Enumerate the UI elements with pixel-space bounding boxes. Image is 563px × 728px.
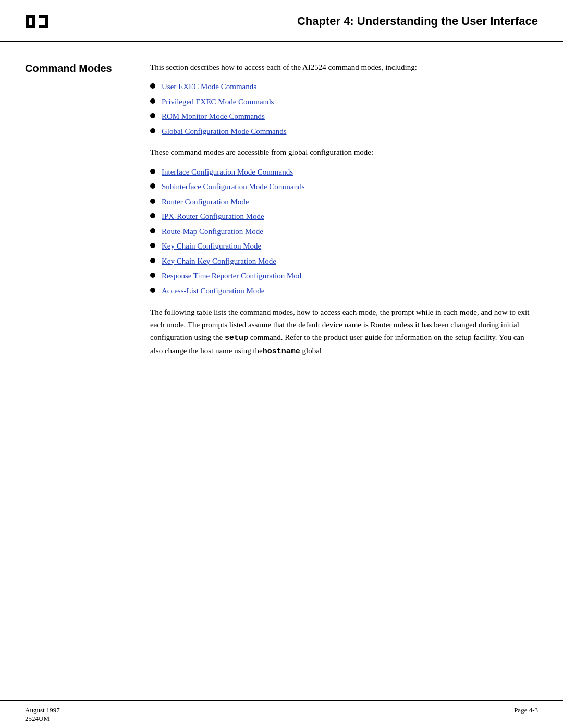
body-paragraph: The following table lists the command mo… — [150, 306, 538, 358]
bullet-dot — [150, 228, 155, 233]
bullet-dot — [150, 199, 155, 204]
list-item: Interface Configuration Mode Commands — [150, 166, 538, 178]
bullet-dot — [150, 183, 155, 189]
bullet-dot — [150, 243, 155, 248]
list-item: User EXEC Mode Commands — [150, 81, 538, 93]
page: Chapter 4: Understanding the User Interf… — [0, 0, 563, 728]
list-item: Router Configuration Mode — [150, 196, 538, 208]
link-subinterface-config[interactable]: Subinterface Configuration Mode Commands — [162, 181, 305, 193]
list-item: Global Configuration Mode Commands — [150, 126, 538, 138]
main-content: Command Modes This section describes how… — [0, 42, 563, 400]
bullet-dot — [150, 113, 155, 118]
list-item: IPX-Router Configuration Mode — [150, 211, 538, 223]
link-ipx-router-config[interactable]: IPX-Router Configuration Mode — [162, 211, 264, 223]
setup-command: setup — [225, 334, 248, 342]
bullet-dot — [150, 213, 155, 218]
link-key-chain-key-config[interactable]: Key Chain Key Configuration Mode — [162, 255, 276, 267]
list-item: Key Chain Configuration Mode — [150, 240, 538, 252]
command-modes-section: Command Modes This section describes how… — [25, 61, 538, 358]
list-item: Privileged EXEC Mode Commands — [150, 96, 538, 108]
link-route-map-config[interactable]: Route-Map Configuration Mode — [162, 226, 263, 238]
list-item: Key Chain Key Configuration Mode — [150, 255, 538, 267]
footer-page-number: Page 4-3 — [514, 706, 538, 714]
list-item: Access-List Configuration Mode — [150, 285, 538, 297]
link-router-config[interactable]: Router Configuration Mode — [162, 196, 249, 208]
page-title: Chapter 4: Understanding the User Interf… — [297, 15, 538, 28]
between-paragraph: These command modes are accessible from … — [150, 146, 538, 158]
bullet-dot — [150, 98, 155, 104]
svg-rect-3 — [32, 15, 35, 28]
bullet-dot — [150, 128, 155, 133]
bullet-dot — [150, 258, 155, 263]
hostname-command: hostname — [263, 347, 300, 356]
body-text-3: global — [300, 347, 322, 355]
footer-left: August 1997 2524UM — [25, 706, 60, 723]
link-interface-config[interactable]: Interface Configuration Mode Commands — [162, 166, 293, 178]
list-item: Route-Map Configuration Mode — [150, 226, 538, 238]
footer-doc-id: 2524UM — [25, 714, 60, 723]
list-item: Response Time Reporter Configuration Mod — [150, 270, 538, 282]
link-access-list-config[interactable]: Access-List Configuration Mode — [162, 285, 264, 297]
page-footer: August 1997 2524UM Page 4-3 — [0, 700, 563, 728]
section-label: Command Modes — [25, 61, 145, 75]
section-body: This section describes how to access eac… — [145, 61, 538, 358]
section-heading: Command Modes — [25, 63, 145, 75]
page-header: Chapter 4: Understanding the User Interf… — [0, 0, 563, 42]
link-rtr-config[interactable]: Response Time Reporter Configuration Mod — [162, 270, 303, 282]
list-item: Subinterface Configuration Mode Commands — [150, 181, 538, 193]
list-exec-modes: User EXEC Mode Commands Privileged EXEC … — [150, 81, 538, 137]
link-rom-monitor[interactable]: ROM Monitor Mode Commands — [162, 110, 265, 122]
bullet-dot — [150, 83, 155, 89]
list-config-modes: Interface Configuration Mode Commands Su… — [150, 166, 538, 297]
bullet-dot — [150, 169, 155, 174]
link-privileged-exec[interactable]: Privileged EXEC Mode Commands — [162, 96, 274, 108]
link-global-config[interactable]: Global Configuration Mode Commands — [162, 126, 287, 138]
link-key-chain-config[interactable]: Key Chain Configuration Mode — [162, 240, 261, 252]
bullet-dot — [150, 288, 155, 293]
cisco-logo — [25, 9, 49, 33]
bullet-dot — [150, 273, 155, 278]
footer-date: August 1997 — [25, 706, 60, 714]
link-user-exec[interactable]: User EXEC Mode Commands — [162, 81, 256, 93]
intro-paragraph: This section describes how to access eac… — [150, 61, 538, 73]
list-item: ROM Monitor Mode Commands — [150, 110, 538, 122]
svg-rect-6 — [45, 15, 48, 28]
